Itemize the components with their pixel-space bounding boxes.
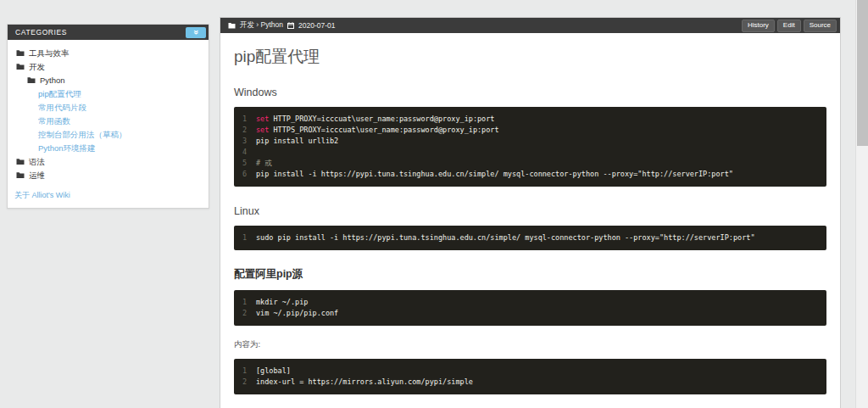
- sidebar-item-label: 运维: [29, 170, 45, 180]
- sidebar-footer: 关于 Alliot's Wiki: [8, 183, 209, 208]
- categories-panel: CATEGORIES » 工具与效率开发Pythonpip配置代理常用代码片段常…: [7, 24, 209, 209]
- code-line: 2set HTTPS_PROXY=icccuat\user_name:passw…: [234, 125, 826, 136]
- categories-header: CATEGORIES »: [8, 25, 209, 40]
- sidebar-item-label: 常用函数: [38, 116, 70, 126]
- scrollbar[interactable]: [855, 0, 868, 408]
- folder-icon: [16, 171, 25, 179]
- code-text: vim ~/.pip/pip.conf: [256, 308, 338, 319]
- code-text: [global]: [256, 366, 291, 377]
- sidebar-folder[interactable]: Python: [14, 73, 202, 87]
- line-number: 1: [234, 366, 256, 377]
- article-blocks: Windows1set HTTP_PROXY=icccuat\user_name…: [234, 87, 826, 408]
- folder-open-icon: [16, 63, 25, 70]
- code-text: pip install -i https://pypi.tuna.tsinghu…: [256, 169, 733, 180]
- code-text: pip install urllib2: [256, 136, 338, 147]
- folder-icon: [16, 158, 25, 165]
- line-number: 1: [234, 232, 256, 243]
- code-text: set HTTPS_PROXY=icccuat\user_name:passwo…: [256, 125, 499, 136]
- article-body: pip配置代理 Windows1set HTTP_PROXY=icccuat\u…: [220, 46, 840, 408]
- folder-icon: [16, 49, 25, 57]
- sidebar-item-label: 控制台部分用法（草稿）: [38, 130, 127, 139]
- paragraph: 内容为:: [234, 339, 826, 350]
- code-line: 2index-url = https://mirrors.aliyun.com/…: [234, 377, 826, 388]
- calendar-icon: [287, 22, 294, 29]
- sidebar-folder[interactable]: 运维: [14, 168, 202, 182]
- article-header: 开发 › Python 2020-07-01 HistoryEditSource: [220, 18, 840, 33]
- code-block: 1set HTTP_PROXY=icccuat\user_name:passwo…: [234, 107, 826, 187]
- sidebar-link[interactable]: 常用代码片段: [14, 100, 202, 114]
- code-line: 3pip install urllib2: [234, 136, 826, 147]
- sidebar-folder[interactable]: 开发: [14, 59, 202, 73]
- sidebar-link[interactable]: 常用函数: [14, 114, 202, 127]
- sidebar-item-label: Python: [40, 75, 65, 85]
- code-text: index-url = https://mirrors.aliyun.com/p…: [256, 377, 473, 388]
- sidebar-link[interactable]: Python环境搭建: [14, 141, 202, 154]
- page-title: pip配置代理: [234, 46, 826, 68]
- line-number: 6: [234, 169, 256, 180]
- edit-button[interactable]: Edit: [777, 20, 801, 32]
- code-line: 1mkdir ~/.pip: [234, 297, 826, 308]
- code-block: 1[global]2index-url = https://mirrors.al…: [234, 359, 826, 394]
- code-line: 1sudo pip install -i https://pypi.tuna.t…: [234, 232, 826, 243]
- sidebar-item-label: pip配置代理: [38, 89, 81, 98]
- sidebar-item-label: 开发: [29, 62, 45, 71]
- category-tree: 工具与效率开发Pythonpip配置代理常用代码片段常用函数控制台部分用法（草稿…: [8, 40, 209, 183]
- code-block: 1mkdir ~/.pip2vim ~/.pip/pip.conf: [234, 290, 826, 326]
- date-text: 2020-07-01: [298, 21, 335, 30]
- code-text: set HTTP_PROXY=icccuat\user_name:passwor…: [256, 114, 494, 125]
- history-button[interactable]: History: [742, 20, 775, 32]
- line-number: 1: [234, 297, 256, 308]
- code-line: 6pip install -i https://pypi.tuna.tsingh…: [234, 169, 826, 180]
- folder-open-icon: [27, 76, 36, 84]
- code-text: # 或: [256, 158, 272, 169]
- code-line: 1set HTTP_PROXY=icccuat\user_name:passwo…: [234, 114, 826, 125]
- chevron-double-down-icon: »: [192, 30, 200, 35]
- breadcrumb[interactable]: 开发 › Python 2020-07-01: [228, 20, 336, 31]
- sidebar-item-label: 工具与效率: [29, 48, 70, 58]
- line-number: 1: [234, 114, 256, 125]
- section-heading: Linux: [234, 205, 826, 217]
- code-line: 1[global]: [234, 366, 826, 377]
- sidebar-item-label: 语法: [29, 157, 45, 166]
- article-panel: 开发 › Python 2020-07-01 HistoryEditSource…: [220, 17, 841, 408]
- breadcrumb-text: 开发 › Python: [240, 20, 283, 31]
- sidebar-folder[interactable]: 工具与效率: [14, 46, 202, 59]
- code-text: mkdir ~/.pip: [256, 297, 308, 308]
- line-number: 2: [234, 125, 256, 136]
- source-button[interactable]: Source: [804, 20, 837, 32]
- collapse-sidebar-button[interactable]: »: [186, 27, 206, 38]
- categories-title: CATEGORIES: [15, 28, 67, 36]
- sidebar-item-label: Python环境搭建: [38, 143, 96, 153]
- section-heading: 配置阿里pip源: [234, 267, 826, 282]
- line-number: 5: [234, 158, 256, 169]
- code-line: 2vim ~/.pip/pip.conf: [234, 308, 826, 319]
- sidebar-item-label: 常用代码片段: [38, 103, 86, 112]
- folder-icon: [228, 22, 236, 29]
- code-text: [256, 147, 260, 158]
- line-number: 2: [234, 308, 256, 319]
- code-text: sudo pip install -i https://pypi.tuna.ts…: [256, 232, 755, 243]
- code-line: 4: [234, 147, 826, 158]
- about-wiki-link[interactable]: 关于 Alliot's Wiki: [14, 191, 70, 199]
- header-buttons: HistoryEditSource: [742, 20, 837, 32]
- section-heading: Windows: [234, 87, 826, 98]
- code-line: 5# 或: [234, 158, 826, 169]
- sidebar-folder[interactable]: 语法: [14, 154, 202, 168]
- line-number: 2: [234, 377, 256, 388]
- sidebar-link[interactable]: 控制台部分用法（草稿）: [14, 127, 202, 141]
- line-number: 4: [234, 147, 256, 158]
- line-number: 3: [234, 136, 256, 147]
- code-block: 1sudo pip install -i https://pypi.tuna.t…: [234, 226, 826, 250]
- sidebar-link[interactable]: pip配置代理: [14, 87, 202, 100]
- scrollbar-thumb[interactable]: [857, 0, 868, 146]
